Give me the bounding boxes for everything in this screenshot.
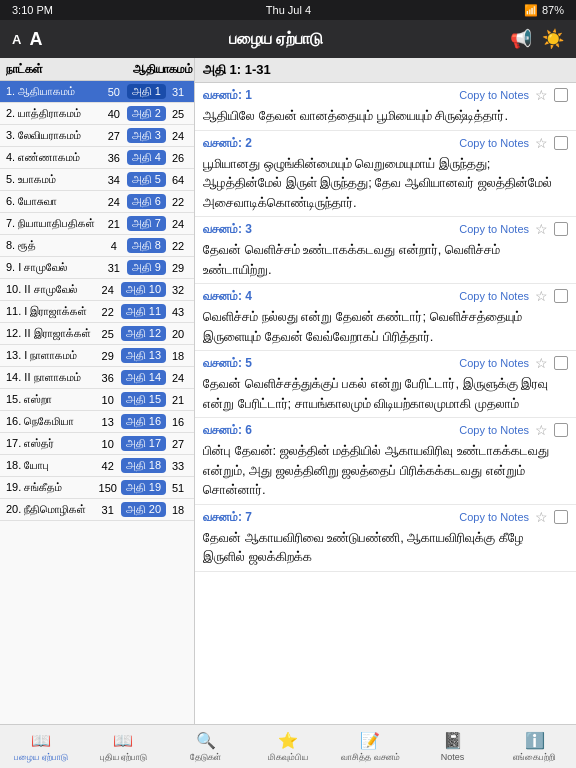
sidebar-chapter-btn[interactable]: அதி 7 — [127, 216, 166, 231]
sidebar-chapter-btn[interactable]: அதி 20 — [121, 502, 166, 517]
verse-checkbox[interactable] — [554, 222, 568, 236]
tab-item-3[interactable]: ⭐ மிகவும்பிய — [247, 731, 329, 763]
sidebar-row[interactable]: 6. யோசுவா 24 அதி 6 22 — [0, 191, 194, 213]
sidebar-chapter-btn[interactable]: அதி 19 — [121, 480, 166, 495]
verse-checkbox[interactable] — [554, 136, 568, 150]
tab-item-5[interactable]: 📓 Notes — [411, 731, 493, 762]
sidebar-chapter-btn[interactable]: அதி 2 — [127, 106, 166, 121]
sidebar-row[interactable]: 3. லேவியராகமம் 27 அதி 3 24 — [0, 125, 194, 147]
star-icon[interactable]: ☆ — [535, 355, 548, 371]
star-icon[interactable]: ☆ — [535, 288, 548, 304]
sidebar-book-name: 8. ரூத் — [6, 239, 103, 252]
verse-checkbox[interactable] — [554, 289, 568, 303]
sidebar-chapter-btn[interactable]: அதி 16 — [121, 414, 166, 429]
sidebar-chapter-btn[interactable]: அதி 15 — [121, 392, 166, 407]
star-icon[interactable]: ☆ — [535, 221, 548, 237]
verse-header: வசனம்: 4 Copy to Notes ☆ — [203, 288, 568, 304]
header-right: 📢 ☀️ — [510, 28, 564, 50]
sidebar-chapter-btn[interactable]: அதி 11 — [121, 304, 166, 319]
tab-bar: 📖 பழைய ஏற்பாடு 📖 புதிய ஏற்பாடு 🔍 தேடுகள்… — [0, 724, 576, 768]
sidebar-row[interactable]: 18. யோபு 42 அதி 18 33 — [0, 455, 194, 477]
verse-header: வசனம்: 5 Copy to Notes ☆ — [203, 355, 568, 371]
copy-notes-button[interactable]: Copy to Notes — [459, 290, 529, 302]
sidebar-row[interactable]: 5. உபாகமம் 34 அதி 5 64 — [0, 169, 194, 191]
sidebar-row[interactable]: 16. நெகேமியா 13 அதி 16 16 — [0, 411, 194, 433]
star-icon[interactable]: ☆ — [535, 87, 548, 103]
sidebar-chapter-btn[interactable]: அதி 18 — [121, 458, 166, 473]
tab-item-2[interactable]: 🔍 தேடுகள் — [165, 731, 247, 763]
sidebar-book-name: 12. II இராஜாக்கள் — [6, 327, 97, 340]
copy-notes-button[interactable]: Copy to Notes — [459, 511, 529, 523]
tab-label: Notes — [441, 752, 465, 762]
star-icon[interactable]: ☆ — [535, 422, 548, 438]
sidebar-book-name: 9. I சாமுவேல் — [6, 261, 103, 274]
sidebar-row[interactable]: 15. எஸ்றா 10 அதி 15 21 — [0, 389, 194, 411]
app-header: A A பழைய ஏற்பாடு 📢 ☀️ — [0, 20, 576, 58]
sidebar-chapter-num: 20 — [168, 328, 188, 340]
tab-items: 📖 பழைய ஏற்பாடு 📖 புதிய ஏற்பாடு 🔍 தேடுகள்… — [0, 731, 576, 763]
font-large-button[interactable]: A — [29, 29, 42, 50]
tab-item-6[interactable]: ℹ️ எங்கைபற்றி — [494, 731, 576, 763]
sidebar-row[interactable]: 8. ரூத் 4 அதி 8 22 — [0, 235, 194, 257]
sidebar-row[interactable]: 19. சங்கீதம் 150 அதி 19 51 — [0, 477, 194, 499]
star-icon[interactable]: ☆ — [535, 135, 548, 151]
sidebar-chapter-btn[interactable]: அதி 8 — [127, 238, 166, 253]
sidebar-book-name: 1. ஆதியாகமம் — [6, 85, 103, 98]
tab-item-1[interactable]: 📖 புதிய ஏற்பாடு — [82, 731, 164, 763]
verse-text: ஆதியிலே தேவன் வானத்தையும் பூமியையும் சிர… — [203, 106, 568, 126]
verse-checkbox[interactable] — [554, 88, 568, 102]
sidebar-chapter-btn[interactable]: அதி 4 — [127, 150, 166, 165]
font-small-button[interactable]: A — [12, 32, 21, 47]
tab-icon: 📓 — [443, 731, 463, 750]
copy-notes-button[interactable]: Copy to Notes — [459, 357, 529, 369]
sidebar-row[interactable]: 1. ஆதியாகமம் 50 அதி 1 31 — [0, 81, 194, 103]
copy-notes-button[interactable]: Copy to Notes — [459, 89, 529, 101]
sidebar-row[interactable]: 12. II இராஜாக்கள் 25 அதி 12 20 — [0, 323, 194, 345]
sidebar-row[interactable]: 20. நீதிமொழிகள் 31 அதி 20 18 — [0, 499, 194, 521]
copy-notes-button[interactable]: Copy to Notes — [459, 223, 529, 235]
col1-header: நாட்கள் — [6, 62, 103, 76]
verse-checkbox[interactable] — [554, 510, 568, 524]
sidebar-row[interactable]: 7. நியாயாதிபதிகள் 21 அதி 7 24 — [0, 213, 194, 235]
main-content: நாட்கள் ஆதியாகமம் 1. ஆதியாகமம் 50 அதி 1 … — [0, 58, 576, 724]
sidebar-row[interactable]: 2. யாத்திராகமம் 40 அதி 2 25 — [0, 103, 194, 125]
tab-item-4[interactable]: 📝 வாசித்த வசனம் — [329, 731, 411, 763]
sidebar-chapter-btn[interactable]: அதி 5 — [127, 172, 166, 187]
copy-notes-button[interactable]: Copy to Notes — [459, 137, 529, 149]
brightness-icon[interactable]: ☀️ — [542, 28, 564, 50]
sidebar-book-name: 18. யோபு — [6, 459, 97, 472]
sidebar-chapter-btn[interactable]: அதி 9 — [127, 260, 166, 275]
verse-checkbox[interactable] — [554, 423, 568, 437]
sidebar-book-count: 22 — [97, 306, 119, 318]
sidebar-book-count: 50 — [103, 86, 125, 98]
tab-item-0[interactable]: 📖 பழைய ஏற்பாடு — [0, 731, 82, 763]
sidebar-rows: 1. ஆதியாகமம் 50 அதி 1 31 2. யாத்திராகமம்… — [0, 81, 194, 521]
sidebar-row[interactable]: 14. II நாளாகமம் 36 அதி 14 24 — [0, 367, 194, 389]
sidebar-row[interactable]: 4. எண்ணாகமம் 36 அதி 4 26 — [0, 147, 194, 169]
verse-blocks: வசனம்: 1 Copy to Notes ☆ ஆதியிலே தேவன் வ… — [195, 83, 576, 572]
sidebar-row[interactable]: 10. II சாமுவேல் 24 அதி 10 32 — [0, 279, 194, 301]
tab-label: புதிய ஏற்பாடு — [100, 752, 148, 763]
sidebar-row[interactable]: 13. I நாளாகமம் 29 அதி 13 18 — [0, 345, 194, 367]
status-bar: 3:10 PM Thu Jul 4 📶 87% — [0, 0, 576, 20]
sidebar-chapter-btn[interactable]: அதி 6 — [127, 194, 166, 209]
sidebar-chapter-btn[interactable]: அதி 14 — [121, 370, 166, 385]
sidebar-chapter-btn[interactable]: அதி 13 — [121, 348, 166, 363]
sidebar-row[interactable]: 11. I இராஜாக்கள் 22 அதி 11 43 — [0, 301, 194, 323]
sidebar-row[interactable]: 9. I சாமுவேல் 31 அதி 9 29 — [0, 257, 194, 279]
verse-label: வசனம்: 6 — [203, 423, 252, 437]
verse-checkbox[interactable] — [554, 356, 568, 370]
sidebar-chapter-btn[interactable]: அதி 10 — [121, 282, 166, 297]
sidebar-chapter-btn[interactable]: அதி 1 — [127, 84, 166, 99]
sidebar-row[interactable]: 17. எஸ்தர் 10 அதி 17 27 — [0, 433, 194, 455]
sidebar-chapter-btn[interactable]: அதி 3 — [127, 128, 166, 143]
verse-text: தேவன் வெளிச்சம் உண்டாகக்கடவது என்றார், வ… — [203, 240, 568, 279]
verse-text: தேவன் ஆகாயவிரிவை உண்டுபண்ணி, ஆகாயவிரிவுக… — [203, 528, 568, 567]
sidebar-book-count: 13 — [97, 416, 119, 428]
sidebar-book-count: 36 — [97, 372, 119, 384]
speaker-icon[interactable]: 📢 — [510, 28, 532, 50]
star-icon[interactable]: ☆ — [535, 509, 548, 525]
sidebar-chapter-btn[interactable]: அதி 12 — [121, 326, 166, 341]
sidebar-chapter-btn[interactable]: அதி 17 — [121, 436, 166, 451]
copy-notes-button[interactable]: Copy to Notes — [459, 424, 529, 436]
